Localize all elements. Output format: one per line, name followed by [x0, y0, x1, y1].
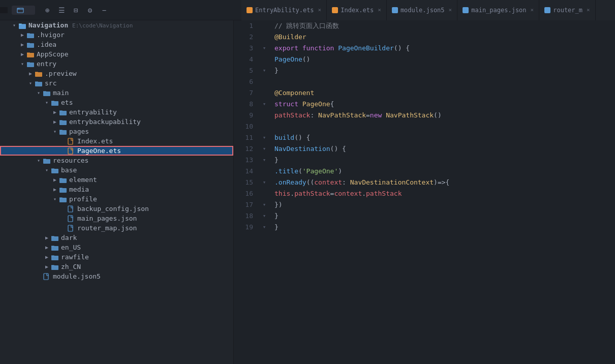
fold-gutter-4	[259, 54, 269, 65]
svg-rect-15	[68, 148, 73, 154]
fold-gutter-5[interactable]: ▾	[259, 65, 269, 76]
fold-gutter-18[interactable]: ▾	[259, 210, 269, 222]
sidebar-item-element[interactable]: ▶ element	[0, 175, 233, 185]
svg-rect-13	[59, 130, 67, 135]
tab-entryability[interactable]: EntryAbility.ets×	[241, 0, 327, 20]
sidebar-root[interactable]: ▾ Navigation E:\code\Navigation	[0, 20, 233, 30]
tab-router[interactable]: router_m×	[539, 0, 595, 20]
sidebar-item-pageone[interactable]: PageOne.ets	[0, 146, 233, 156]
tab-index[interactable]: Index.ets×	[327, 0, 387, 20]
line-number-17: 17	[234, 199, 253, 210]
root-label: Navigation E:\code\Navigation	[28, 21, 231, 29]
sidebar-item-entry[interactable]: ▾ entry	[0, 59, 233, 69]
svg-rect-5	[27, 53, 34, 57]
sidebar-item-backupconfig[interactable]: backup_config.json	[0, 204, 233, 214]
svg-rect-9	[43, 92, 50, 96]
tab-label-index: Index.ets	[341, 7, 374, 14]
tab-close-entryability[interactable]: ×	[318, 7, 322, 13]
code-area: // 跳转页面入口函数@Builderexport function PageO…	[269, 20, 615, 364]
sidebar-item-main[interactable]: ▾ main	[0, 88, 233, 98]
sidebar-item-routermap[interactable]: router_map.json	[0, 223, 233, 233]
line-number-13: 13	[234, 155, 253, 166]
fold-gutter-17[interactable]: ▾	[259, 199, 269, 210]
fold-gutter-3[interactable]: ▾	[259, 43, 269, 54]
item-label-hvigor: .hvigor	[37, 31, 231, 39]
arrow-entryability: ▶	[51, 109, 59, 115]
add-icon[interactable]: ⊕	[42, 6, 52, 14]
sidebar-item-entryability[interactable]: ▶ entryability	[0, 107, 233, 117]
sidebar-item-resources[interactable]: ▾ resources	[0, 156, 233, 165]
svg-rect-26	[51, 256, 58, 260]
fold-gutter-12[interactable]: ▾	[259, 143, 269, 155]
svg-rect-18	[59, 178, 67, 183]
sidebar-item-preview[interactable]: ▶ .preview	[0, 69, 233, 78]
fold-gutter-8[interactable]: ▾	[259, 99, 269, 110]
project-dropdown[interactable]	[12, 6, 35, 15]
sidebar-item-ets[interactable]: ▾ ets	[0, 98, 233, 107]
sidebar-item-indexets[interactable]: Index.ets	[0, 136, 233, 146]
code-line-10	[274, 121, 615, 132]
svg-rect-19	[59, 188, 67, 193]
item-label-ets: ets	[61, 99, 231, 106]
folder-icon-element	[59, 176, 67, 184]
sidebar-item-zhcn[interactable]: ▶ zh_CN	[0, 262, 233, 271]
item-label-backupconfig: backup_config.json	[77, 205, 231, 213]
tab-close-modulejson[interactable]: ×	[449, 7, 452, 13]
tab-close-index[interactable]: ×	[378, 7, 381, 13]
settings-icon[interactable]: ⚙	[85, 6, 95, 14]
tab-close-mainpages[interactable]: ×	[531, 7, 534, 13]
list-icon[interactable]: ☰	[56, 6, 67, 14]
svg-rect-3	[27, 34, 34, 38]
fold-gutter-11[interactable]: ▾	[259, 132, 269, 143]
tab-close-router[interactable]: ×	[587, 7, 590, 13]
tab-label-mainpages: main_pages.json	[471, 7, 526, 14]
line-number-2: 2	[234, 32, 253, 43]
fold-gutter-15[interactable]: ▾	[259, 177, 269, 188]
split-icon[interactable]: ⊟	[71, 6, 81, 14]
svg-rect-16	[43, 159, 50, 164]
fold-gutter-13[interactable]: ▾	[259, 155, 269, 166]
line-number-8: 8	[234, 99, 253, 110]
sidebar-item-pages[interactable]: ▾ pages	[0, 127, 233, 136]
fold-gutter-10	[259, 121, 269, 132]
arrow-entrybackupability: ▶	[51, 119, 59, 125]
folder-icon-main	[43, 89, 51, 97]
sidebar-item-enus[interactable]: ▶ en_US	[0, 242, 233, 252]
folder-icon-hvigor	[26, 32, 35, 39]
svg-rect-4	[27, 43, 34, 48]
arrow-main: ▾	[35, 90, 43, 96]
sidebar-item-modulejson5[interactable]: module.json5	[0, 271, 233, 281]
code-line-15: .onReady((context: NavDestinationContext…	[274, 177, 615, 188]
code-line-17: })	[274, 199, 615, 210]
code-line-18: }	[274, 210, 615, 222]
svg-rect-21	[68, 206, 73, 212]
sidebar-item-profile[interactable]: ▾ profile	[0, 194, 233, 204]
fold-gutter-19[interactable]: ▾	[259, 222, 269, 233]
minimize-icon[interactable]: −	[99, 6, 109, 14]
folder-icon-profile	[59, 196, 67, 203]
arrow-resources: ▾	[35, 158, 43, 163]
tab-mainpages[interactable]: main_pages.json×	[457, 0, 539, 20]
sidebar-item-src[interactable]: ▾ src	[0, 78, 233, 88]
tab-label-router: router_m	[553, 7, 582, 14]
sidebar-item-hvigor[interactable]: ▶ .hvigor	[0, 30, 233, 40]
sidebar-item-base[interactable]: ▾ base	[0, 165, 233, 175]
sidebar-item-idea[interactable]: ▶ .idea	[0, 40, 233, 49]
sidebar-item-media[interactable]: ▶ media	[0, 185, 233, 194]
folder-icon-src	[35, 80, 43, 87]
sidebar-item-entrybackupability[interactable]: ▶ entrybackupability	[0, 117, 233, 127]
line-number-5: 5	[234, 65, 253, 76]
sidebar-item-rawfile[interactable]: ▶ rawfile	[0, 252, 233, 262]
item-label-element: element	[69, 176, 231, 184]
item-label-pageone: PageOne.ets	[77, 147, 231, 155]
arrow-dark: ▶	[43, 235, 51, 240]
sidebar-item-dark[interactable]: ▶ dark	[0, 233, 233, 242]
arrow-preview: ▶	[26, 71, 35, 76]
line-numbers: 12345678910111213141516171819	[234, 20, 259, 364]
sidebar-item-appscope[interactable]: ▶ AppScope	[0, 49, 233, 59]
sidebar-item-mainpages[interactable]: main_pages.json	[0, 214, 233, 223]
svg-rect-20	[59, 198, 67, 202]
tab-modulejson[interactable]: module.json5×	[387, 0, 457, 20]
item-label-idea: .idea	[37, 41, 231, 48]
project-icon	[17, 7, 24, 14]
